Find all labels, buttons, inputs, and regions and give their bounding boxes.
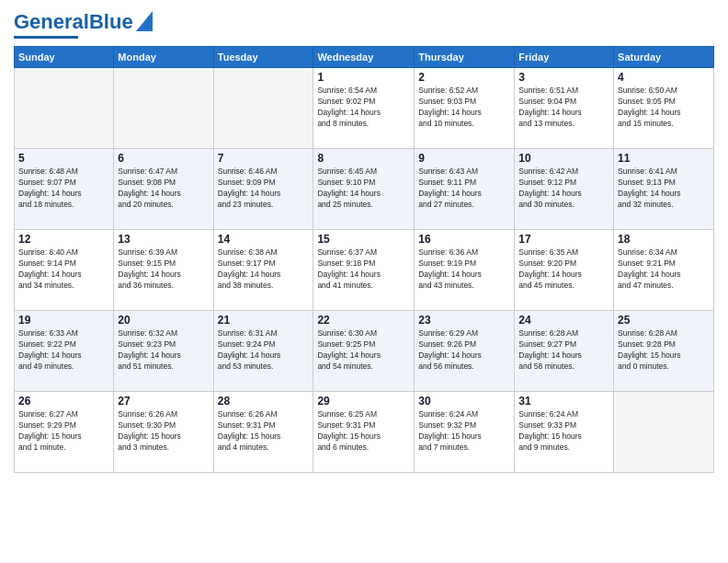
day-info: Sunrise: 6:26 AM Sunset: 9:30 PM Dayligh… bbox=[118, 409, 209, 454]
calendar-cell: 1Sunrise: 6:54 AM Sunset: 9:02 PM Daylig… bbox=[313, 68, 415, 149]
calendar-cell: 19Sunrise: 6:33 AM Sunset: 9:22 PM Dayli… bbox=[15, 311, 114, 392]
calendar-cell: 7Sunrise: 6:46 AM Sunset: 9:09 PM Daylig… bbox=[213, 149, 313, 230]
day-number: 8 bbox=[317, 152, 410, 165]
day-number: 13 bbox=[118, 233, 209, 246]
logo-triangle-icon bbox=[136, 11, 153, 31]
calendar-cell: 18Sunrise: 6:34 AM Sunset: 9:21 PM Dayli… bbox=[614, 230, 714, 311]
logo-text: GeneralBlue bbox=[14, 12, 133, 32]
calendar-header-saturday: Saturday bbox=[614, 47, 714, 68]
calendar-cell: 22Sunrise: 6:30 AM Sunset: 9:25 PM Dayli… bbox=[313, 311, 415, 392]
day-info: Sunrise: 6:51 AM Sunset: 9:04 PM Dayligh… bbox=[518, 86, 609, 130]
calendar-header-friday: Friday bbox=[515, 47, 614, 68]
calendar-cell: 6Sunrise: 6:47 AM Sunset: 9:08 PM Daylig… bbox=[114, 149, 213, 230]
day-number: 4 bbox=[618, 71, 710, 84]
day-info: Sunrise: 6:32 AM Sunset: 9:23 PM Dayligh… bbox=[118, 328, 209, 373]
calendar-week-1: 1Sunrise: 6:54 AM Sunset: 9:02 PM Daylig… bbox=[15, 68, 714, 149]
day-info: Sunrise: 6:30 AM Sunset: 9:25 PM Dayligh… bbox=[317, 328, 410, 373]
calendar-header-sunday: Sunday bbox=[15, 47, 114, 68]
calendar-week-5: 26Sunrise: 6:27 AM Sunset: 9:29 PM Dayli… bbox=[15, 392, 714, 473]
day-number: 9 bbox=[418, 152, 510, 165]
day-info: Sunrise: 6:39 AM Sunset: 9:15 PM Dayligh… bbox=[118, 247, 209, 292]
day-info: Sunrise: 6:27 AM Sunset: 9:29 PM Dayligh… bbox=[18, 409, 109, 454]
calendar-cell: 3Sunrise: 6:51 AM Sunset: 9:04 PM Daylig… bbox=[515, 68, 614, 149]
calendar-header-thursday: Thursday bbox=[415, 47, 515, 68]
calendar-cell bbox=[213, 68, 313, 149]
calendar-cell: 4Sunrise: 6:50 AM Sunset: 9:05 PM Daylig… bbox=[614, 68, 714, 149]
day-number: 6 bbox=[118, 152, 209, 165]
calendar-cell: 14Sunrise: 6:38 AM Sunset: 9:17 PM Dayli… bbox=[213, 230, 313, 311]
calendar-cell: 5Sunrise: 6:48 AM Sunset: 9:07 PM Daylig… bbox=[15, 149, 114, 230]
calendar-header-tuesday: Tuesday bbox=[213, 47, 313, 68]
day-number: 22 bbox=[317, 314, 410, 327]
logo-general: General bbox=[14, 10, 89, 33]
svg-marker-0 bbox=[136, 11, 153, 31]
day-info: Sunrise: 6:52 AM Sunset: 9:03 PM Dayligh… bbox=[418, 86, 510, 130]
day-number: 29 bbox=[317, 395, 410, 408]
day-number: 18 bbox=[618, 233, 710, 246]
day-number: 21 bbox=[218, 314, 310, 327]
day-info: Sunrise: 6:36 AM Sunset: 9:19 PM Dayligh… bbox=[418, 247, 510, 292]
calendar-cell: 30Sunrise: 6:24 AM Sunset: 9:32 PM Dayli… bbox=[415, 392, 515, 473]
day-number: 28 bbox=[218, 395, 310, 408]
calendar-cell: 27Sunrise: 6:26 AM Sunset: 9:30 PM Dayli… bbox=[114, 392, 213, 473]
day-info: Sunrise: 6:28 AM Sunset: 9:27 PM Dayligh… bbox=[518, 328, 609, 373]
day-info: Sunrise: 6:42 AM Sunset: 9:12 PM Dayligh… bbox=[518, 167, 609, 211]
day-number: 12 bbox=[18, 233, 109, 246]
calendar-week-4: 19Sunrise: 6:33 AM Sunset: 9:22 PM Dayli… bbox=[15, 311, 714, 392]
day-info: Sunrise: 6:29 AM Sunset: 9:26 PM Dayligh… bbox=[418, 328, 510, 373]
calendar-cell: 16Sunrise: 6:36 AM Sunset: 9:19 PM Dayli… bbox=[415, 230, 515, 311]
calendar-cell: 15Sunrise: 6:37 AM Sunset: 9:18 PM Dayli… bbox=[313, 230, 415, 311]
calendar-header-monday: Monday bbox=[114, 47, 213, 68]
day-info: Sunrise: 6:45 AM Sunset: 9:10 PM Dayligh… bbox=[317, 167, 410, 211]
day-info: Sunrise: 6:48 AM Sunset: 9:07 PM Dayligh… bbox=[18, 167, 109, 211]
day-number: 1 bbox=[317, 71, 410, 84]
calendar-cell: 11Sunrise: 6:41 AM Sunset: 9:13 PM Dayli… bbox=[614, 149, 714, 230]
day-number: 14 bbox=[218, 233, 310, 246]
calendar-cell: 28Sunrise: 6:26 AM Sunset: 9:31 PM Dayli… bbox=[213, 392, 313, 473]
day-info: Sunrise: 6:47 AM Sunset: 9:08 PM Dayligh… bbox=[118, 167, 209, 211]
day-number: 2 bbox=[418, 71, 510, 84]
day-number: 31 bbox=[518, 395, 609, 408]
day-info: Sunrise: 6:28 AM Sunset: 9:28 PM Dayligh… bbox=[618, 328, 710, 373]
header: GeneralBlue bbox=[14, 9, 714, 39]
calendar-week-2: 5Sunrise: 6:48 AM Sunset: 9:07 PM Daylig… bbox=[15, 149, 714, 230]
calendar-cell: 17Sunrise: 6:35 AM Sunset: 9:20 PM Dayli… bbox=[515, 230, 614, 311]
calendar-cell bbox=[114, 68, 213, 149]
page: GeneralBlue SundayMondayTuesdayWednesday… bbox=[0, 0, 728, 563]
day-info: Sunrise: 6:40 AM Sunset: 9:14 PM Dayligh… bbox=[18, 247, 109, 292]
day-number: 25 bbox=[618, 314, 710, 327]
day-number: 5 bbox=[18, 152, 109, 165]
day-number: 30 bbox=[418, 395, 510, 408]
day-info: Sunrise: 6:37 AM Sunset: 9:18 PM Dayligh… bbox=[317, 247, 410, 292]
calendar-cell: 10Sunrise: 6:42 AM Sunset: 9:12 PM Dayli… bbox=[515, 149, 614, 230]
calendar-week-3: 12Sunrise: 6:40 AM Sunset: 9:14 PM Dayli… bbox=[15, 230, 714, 311]
calendar-cell bbox=[15, 68, 114, 149]
day-info: Sunrise: 6:26 AM Sunset: 9:31 PM Dayligh… bbox=[218, 409, 310, 454]
day-info: Sunrise: 6:54 AM Sunset: 9:02 PM Dayligh… bbox=[317, 86, 410, 130]
day-info: Sunrise: 6:43 AM Sunset: 9:11 PM Dayligh… bbox=[418, 167, 510, 211]
logo: GeneralBlue bbox=[14, 9, 153, 39]
calendar-cell: 21Sunrise: 6:31 AM Sunset: 9:24 PM Dayli… bbox=[213, 311, 313, 392]
day-info: Sunrise: 6:31 AM Sunset: 9:24 PM Dayligh… bbox=[218, 328, 310, 373]
calendar-cell: 12Sunrise: 6:40 AM Sunset: 9:14 PM Dayli… bbox=[15, 230, 114, 311]
day-info: Sunrise: 6:35 AM Sunset: 9:20 PM Dayligh… bbox=[518, 247, 609, 292]
calendar-cell: 26Sunrise: 6:27 AM Sunset: 9:29 PM Dayli… bbox=[15, 392, 114, 473]
calendar-cell: 23Sunrise: 6:29 AM Sunset: 9:26 PM Dayli… bbox=[415, 311, 515, 392]
day-info: Sunrise: 6:24 AM Sunset: 9:33 PM Dayligh… bbox=[518, 409, 609, 454]
logo-blue: Blue bbox=[89, 10, 133, 33]
day-number: 3 bbox=[518, 71, 609, 84]
calendar-cell bbox=[614, 392, 714, 473]
day-info: Sunrise: 6:46 AM Sunset: 9:09 PM Dayligh… bbox=[218, 167, 310, 211]
day-number: 19 bbox=[18, 314, 109, 327]
day-number: 24 bbox=[518, 314, 609, 327]
day-number: 11 bbox=[618, 152, 710, 165]
calendar-header-wednesday: Wednesday bbox=[313, 47, 415, 68]
day-info: Sunrise: 6:41 AM Sunset: 9:13 PM Dayligh… bbox=[618, 167, 710, 211]
day-info: Sunrise: 6:38 AM Sunset: 9:17 PM Dayligh… bbox=[218, 247, 310, 292]
calendar-cell: 24Sunrise: 6:28 AM Sunset: 9:27 PM Dayli… bbox=[515, 311, 614, 392]
calendar-cell: 29Sunrise: 6:25 AM Sunset: 9:31 PM Dayli… bbox=[313, 392, 415, 473]
calendar-table: SundayMondayTuesdayWednesdayThursdayFrid… bbox=[14, 46, 714, 473]
calendar-cell: 9Sunrise: 6:43 AM Sunset: 9:11 PM Daylig… bbox=[415, 149, 515, 230]
calendar-cell: 25Sunrise: 6:28 AM Sunset: 9:28 PM Dayli… bbox=[614, 311, 714, 392]
day-number: 7 bbox=[218, 152, 310, 165]
